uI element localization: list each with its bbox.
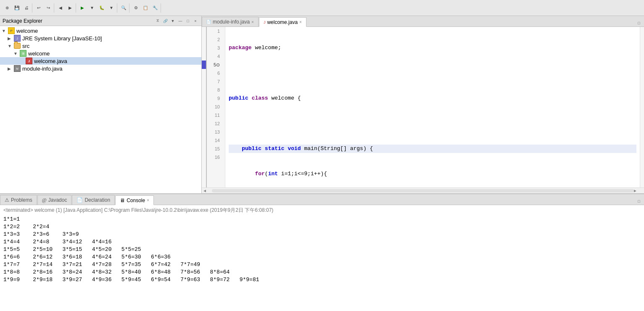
maximize-button[interactable]: □ — [185, 18, 191, 24]
code-line-1: package welcome; — [229, 44, 636, 52]
console-output-line-4: 1*4=4 2*4=8 3*4=12 4*4=16 — [3, 238, 641, 246]
bp-4 — [202, 52, 206, 61]
console-output-line-7: 1*7=7 2*7=14 3*7=21 4*7=28 5*7=35 6*7=42… — [3, 261, 641, 269]
redo-button[interactable]: ↪ — [44, 3, 53, 13]
breakpoint-margin — [202, 27, 207, 187]
back-button[interactable]: ◀ — [56, 3, 65, 13]
javadoc-icon: @ — [42, 197, 47, 203]
toolbar-misc-group: ⚙ 📋 🔧 — [130, 3, 161, 13]
welcome-tab-close[interactable]: × — [299, 20, 302, 24]
code-line-5: public static void main(String[] args) { — [229, 145, 636, 153]
misc-btn2[interactable]: 📋 — [141, 3, 150, 13]
module-icon: M — [13, 65, 21, 72]
search-button[interactable]: 🔍 — [119, 3, 128, 13]
module-tab-icon: 📄 — [206, 20, 211, 24]
welcome-tab-label: welcome.java — [267, 19, 298, 25]
java-file-icon: J — [25, 58, 33, 64]
console-tab-close[interactable]: × — [147, 198, 149, 203]
console-output-line-5: 1*5=5 2*5=10 3*5=15 4*5=20 5*5=25 — [3, 246, 641, 253]
bottom-panel: ⚠ Problems @ Javadoc 📄 Declaration 🖥 Con… — [0, 193, 644, 311]
package-explorer-header: Package Explorer ⧖ 🔗 ▼ — □ × — [0, 16, 201, 26]
collapse-all-button[interactable]: ⧖ — [154, 18, 161, 24]
editor-hscroll[interactable]: ◀ ▶ — [202, 187, 644, 193]
bp-15 — [202, 145, 206, 153]
vertical-ruler — [640, 27, 644, 187]
tree-item-module-info[interactable]: ▶ M module-info.java — [0, 65, 201, 72]
toolbar-file-group: ⊕ 💾 🖨 — [2, 3, 32, 13]
ln-6: 6 — [210, 69, 222, 77]
jre-icon: J — [13, 35, 21, 42]
debug-dropdown[interactable]: ▼ — [107, 3, 116, 13]
run-dropdown[interactable]: ▼ — [87, 3, 97, 13]
code-content[interactable]: package welcome; public class welcome { … — [225, 27, 640, 187]
bottom-tab-bar: ⚠ Problems @ Javadoc 📄 Declaration 🖥 Con… — [0, 194, 644, 205]
bp-16 — [202, 153, 206, 161]
module-tab-label: module-info.java — [213, 19, 250, 25]
module-tab-close[interactable]: × — [251, 20, 254, 24]
declaration-icon: 📄 — [77, 197, 83, 203]
code-editor[interactable]: 1 2 3 4 5⊙ 6 7 8 9 10 11 12 13 14 15 16 — [202, 27, 644, 187]
link-with-editor-button[interactable]: 🔗 — [162, 18, 169, 24]
console-output-line-3: 1*3=3 2*3=6 3*3=9 — [3, 231, 641, 238]
ln-10: 10 — [210, 103, 222, 111]
code-line-4 — [229, 119, 636, 128]
bp-8 — [202, 86, 206, 94]
console-label: Console — [127, 198, 145, 203]
tab-console[interactable]: 🖥 Console × — [115, 195, 154, 205]
console-output-line-2: 1*2=2 2*2=4 — [3, 223, 641, 231]
tab-welcome-java[interactable]: J welcome.java × — [259, 17, 306, 27]
tree-item-src[interactable]: ▼ src — [0, 42, 201, 50]
run-button[interactable]: ▶ — [78, 3, 87, 13]
tree-item-welcome-java[interactable]: J welcome.java — [0, 57, 201, 65]
ln-16: 16 — [210, 153, 222, 161]
ln-3: 3 — [210, 44, 222, 52]
bp-2 — [202, 35, 206, 44]
tree-label-welcome-java: welcome.java — [34, 58, 67, 64]
new-button[interactable]: ⊕ — [3, 3, 12, 13]
panel-header-left: Package Explorer — [3, 18, 42, 24]
minimize-button[interactable]: — — [177, 18, 184, 24]
bp-14 — [202, 136, 206, 145]
panel-header-icons: ⧖ 🔗 ▼ — □ × — [154, 18, 199, 24]
hscroll-right[interactable]: ▶ — [634, 188, 642, 193]
misc-btn3[interactable]: 🔧 — [150, 3, 160, 13]
console-output-line-8: 1*8=8 2*8=16 3*8=24 4*8=32 5*8=40 6*8=48… — [3, 269, 641, 276]
tab-module-info[interactable]: 📄 module-info.java × — [202, 17, 259, 26]
tab-problems[interactable]: ⚠ Problems — [0, 195, 37, 205]
tab-javadoc[interactable]: @ Javadoc — [37, 195, 72, 205]
close-panel-button[interactable]: × — [192, 18, 199, 24]
tree-arrow-welcome-pkg: ▼ — [13, 51, 19, 56]
debug-button[interactable]: 🐛 — [97, 3, 106, 13]
ln-8: 8 — [210, 86, 222, 94]
src-folder-icon — [13, 42, 21, 49]
ln-7: 7 — [210, 77, 222, 86]
tree-item-welcome-pkg[interactable]: ▼ ⊞ welcome — [0, 50, 201, 57]
tree-label-welcome-pkg: welcome — [28, 50, 50, 57]
problems-icon: ⚠ — [5, 197, 9, 203]
content-area: Package Explorer ⧖ 🔗 ▼ — □ × ▼ P — [0, 16, 644, 193]
console-content: <terminated> welcome (1) [Java Applicati… — [0, 205, 644, 311]
console-maximize-button[interactable]: □ — [636, 198, 642, 205]
misc-btn1[interactable]: ⚙ — [131, 3, 140, 13]
forward-button[interactable]: ▶ — [66, 3, 75, 13]
bp-11 — [202, 111, 206, 119]
tab-declaration[interactable]: 📄 Declaration — [72, 195, 115, 205]
ln-1: 1 — [210, 27, 222, 35]
editor-maximize-button[interactable]: □ — [636, 20, 642, 26]
code-line-6: for(int i=1;i<=9;i++){ — [229, 170, 636, 178]
view-menu-button[interactable]: ▼ — [169, 18, 176, 24]
console-terminated-line: <terminated> welcome (1) [Java Applicati… — [3, 207, 641, 214]
bp-10 — [202, 103, 206, 111]
bp-7 — [202, 77, 206, 86]
tree-item-jre[interactable]: ▶ J JRE System Library [JavaSE-10] — [0, 34, 201, 42]
hscroll-track[interactable] — [212, 189, 634, 192]
problems-label: Problems — [11, 197, 32, 203]
ln-2: 2 — [210, 35, 222, 44]
package-explorer-panel: Package Explorer ⧖ 🔗 ▼ — □ × ▼ P — [0, 16, 202, 193]
hscroll-left[interactable]: ◀ — [203, 188, 212, 193]
save-button[interactable]: 💾 — [12, 3, 21, 13]
toolbar-search-group: 🔍 — [118, 3, 129, 13]
undo-button[interactable]: ↩ — [34, 3, 43, 13]
tree-item-welcome-project[interactable]: ▼ P welcome — [0, 27, 201, 34]
print-button[interactable]: 🖨 — [22, 3, 31, 13]
